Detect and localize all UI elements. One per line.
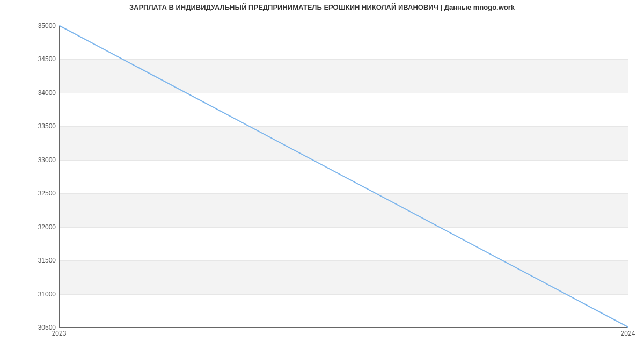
plot-area	[59, 26, 628, 328]
y-tick-label: 33000	[13, 156, 56, 164]
chart-title: ЗАРПЛАТА В ИНДИВИДУАЛЬНЫЙ ПРЕДПРИНИМАТЕЛ…	[0, 3, 644, 11]
line-series-layer	[60, 26, 628, 327]
y-tick-label: 31000	[13, 290, 56, 298]
y-tick-label: 33500	[13, 122, 56, 130]
y-tick-label: 30500	[13, 324, 56, 331]
y-tick-label: 32500	[13, 190, 56, 197]
x-tick-label: 2024	[621, 330, 635, 337]
y-tick-label: 31500	[13, 257, 56, 264]
x-tick-label: 2023	[52, 330, 67, 337]
y-tick-label: 32000	[13, 223, 56, 231]
chart-container: ЗАРПЛАТА В ИНДИВИДУАЛЬНЫЙ ПРЕДПРИНИМАТЕЛ…	[0, 0, 644, 349]
y-tick-label: 35000	[13, 22, 56, 30]
gridline	[60, 328, 628, 328]
y-tick-label: 34500	[13, 55, 56, 63]
series-line	[60, 26, 628, 327]
y-tick-label: 34000	[13, 89, 56, 97]
